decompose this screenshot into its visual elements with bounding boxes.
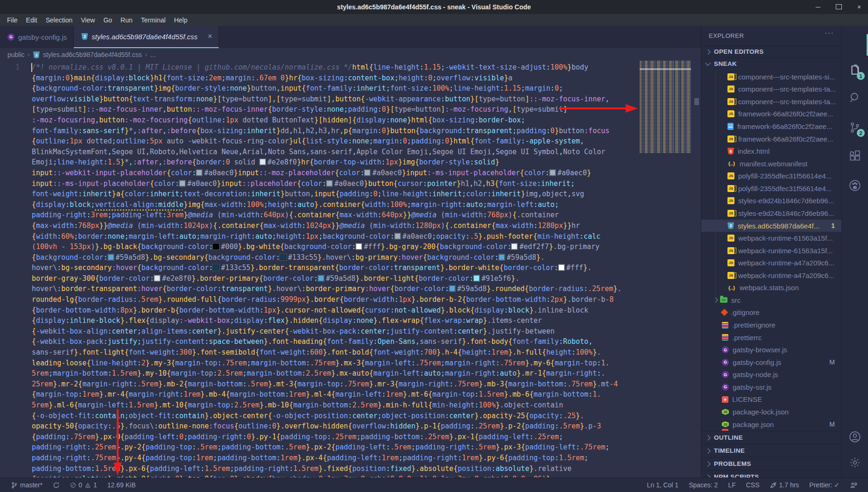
minimize-button[interactable]: ─ [813, 3, 823, 11]
section-timeline[interactable]: TIMELINE [701, 444, 841, 457]
breadcrumb-symbol[interactable]: ... [150, 51, 156, 58]
file-tree-item-styles-e9d24b1846c7d6eb96...[interactable]: JSstyles-e9d24b1846c7d6eb96... [701, 195, 841, 207]
status-prettier-[interactable]: Prettier: ✓ [805, 481, 844, 489]
code-line[interactable]: 25rem}.mr-2{margin-right:.5rem}.mb-2{mar… [32, 379, 638, 390]
status-css[interactable]: CSS [742, 481, 764, 489]
code-line[interactable]: overflow:visible}button{text-transform:n… [32, 94, 638, 105]
explorer-more-actions-icon[interactable]: ··· [825, 29, 834, 38]
file-tree-item-index.html[interactable]: 5index.html [701, 145, 841, 157]
code-line[interactable]: {-webkit-box-pack:justify;justify-conten… [32, 336, 638, 347]
maximize-button[interactable] [833, 3, 844, 11]
file-tree-item-gatsby-browser.js[interactable]: Ggatsby-browser.js [701, 343, 841, 356]
editor[interactable]: 1 /*! normalize.css v8.0.1 | MIT License… [0, 61, 701, 478]
code-line[interactable]: {width:60%;border:none;margin-left:auto;… [32, 231, 638, 242]
code-line[interactable]: opacity-50{opacity:.5}.focus\:outline-no… [32, 421, 638, 432]
explorer-icon[interactable]: 1 [848, 64, 862, 78]
code-line[interactable]: padding-right:.75rem}.py-4{padding-top:1… [32, 453, 638, 463]
status-master-[interactable]: master* [7, 481, 47, 489]
extensions-icon[interactable] [848, 150, 862, 164]
status-ln-1-col-1[interactable]: Ln 1, Col 1 [642, 481, 683, 489]
file-tree-item-LICENSE[interactable]: ★LICENSE [701, 393, 841, 406]
code-line[interactable]: :-moz-focusring,button:-moz-focusring{ou… [32, 115, 638, 126]
code-content[interactable]: /*! normalize.css v8.0.1 | MIT License |… [32, 62, 638, 478]
code-line[interactable]: {display:inline-block}.flex{display:-web… [32, 315, 638, 326]
code-line[interactable]: {display:block;vertical-align:middle}img… [32, 200, 638, 210]
sneak-section[interactable]: SNEAK [701, 57, 841, 70]
file-tree-item-polyfill-2355dfec31f56614e4...[interactable]: JSpolyfill-2355dfec31f56614e4... [701, 170, 841, 183]
status-spaces-2[interactable]: Spaces: 2 [685, 481, 722, 489]
menu-item-help[interactable]: Help [170, 15, 192, 25]
status-0[interactable]: 01 [66, 481, 101, 489]
code-line[interactable]: {-webkit-box-align:center;align-items:ce… [32, 326, 638, 337]
code-line[interactable]: rounded-lg{border-radius:.5rem}.rounded-… [32, 294, 638, 305]
file-tree-item-webpack.stats.json[interactable]: {..}webpack.stats.json [701, 282, 841, 294]
code-line[interactable]: {border-bottom-width:8px}.border-b{borde… [32, 305, 638, 316]
close-button[interactable]: × [854, 3, 864, 11]
code-line[interactable]: leading-loose{line-height:2}.my-3{margin… [32, 358, 638, 369]
file-tree-item-framework-66a826f0c2f2aee...[interactable]: framework-66a826f0c2f2aee... [701, 120, 841, 133]
file-tree-item-.prettierrc[interactable]: .prettierrc [701, 331, 841, 344]
menu-item-file[interactable]: File [3, 15, 22, 25]
status-lf[interactable]: LF [724, 481, 740, 489]
file-tree-item-.gitignore[interactable]: .gitignore [701, 307, 841, 319]
source-control-icon[interactable]: 2 [848, 121, 862, 135]
file-tree-item-gatsby-ssr.js[interactable]: Ggatsby-ssr.js [701, 381, 841, 393]
code-line[interactable]: (100vh - 153px)}.bg-black{background-col… [32, 242, 638, 252]
file-tree-item-framework-66a826f0c2f2aee...[interactable]: JSframework-66a826f0c2f2aee... [701, 108, 841, 121]
file-tree-item-webpack-runtime-61563a15f...[interactable]: JSwebpack-runtime-61563a15f... [701, 232, 841, 244]
menu-item-view[interactable]: View [77, 15, 99, 25]
code-line[interactable]: input::-ms-input-placeholder{color:#a0ae… [32, 178, 638, 189]
code-line[interactable]: 5rem}.ml-6{margin-left:1.5rem}.mt-10{mar… [32, 400, 638, 411]
file-tree-item-.prettierignore[interactable]: .prettierignore [701, 319, 841, 331]
code-line[interactable]: 5rem;margin-bottom:1.5rem}.my-10{margin-… [32, 368, 638, 379]
code-line[interactable]: sans-serif}.font-light{font-weight:300}.… [32, 347, 638, 358]
file-tree-item-webpack-runtime-61563a15f...[interactable]: JSwebpack-runtime-61563a15f... [701, 244, 841, 257]
code-line[interactable]: [type=submit]::-moz-focus-inner,button::… [32, 104, 638, 115]
section-outline[interactable]: OUTLINE [701, 431, 841, 444]
code-line[interactable]: {outline:1px dotted;outline:5px auto -we… [32, 136, 638, 147]
menu-item-terminal[interactable]: Terminal [137, 15, 170, 25]
breadcrumb-folder[interactable]: public [7, 51, 25, 58]
code-line[interactable]: input::-webkit-input-placeholder{color:#… [32, 168, 638, 178]
settings-icon[interactable] [848, 456, 862, 470]
file-tree-item-polyfill-2355dfec31f56614e4...[interactable]: JSpolyfill-2355dfec31f56614e4... [701, 182, 841, 195]
search-icon[interactable] [848, 91, 862, 105]
pets-icon[interactable] [848, 178, 862, 193]
file-tree-item-gatsby-config.js[interactable]: Ggatsby-config.jsM [701, 356, 841, 369]
code-line[interactable]: font-family:sans-serif}*,:after,:before{… [32, 126, 638, 136]
code-line[interactable]: /*! normalize.css v8.0.1 | MIT License |… [32, 62, 638, 73]
code-line[interactable]: {-o-object-fit:contain;object-fit:contai… [32, 411, 638, 421]
code-line[interactable]: {position:relative}.right-0{right:0}.top… [32, 474, 638, 478]
minimap[interactable] [640, 61, 691, 153]
status-12-69-kib[interactable]: 12.69 KiB [103, 481, 140, 489]
code-line[interactable]: padding-bottom:1.5rem}.px-6{padding-left… [32, 463, 638, 474]
code-line[interactable]: BlinkMacSystemFont,Segoe UI,Roboto,Helve… [32, 147, 638, 157]
file-tree-item-styles.ad6c5b987da6e4f...[interactable]: 3styles.ad6c5b987da6e4f...1 [701, 220, 841, 232]
code-line[interactable]: {margin:0}main{display:block}h1{font-siz… [32, 73, 638, 84]
code-line[interactable]: Emoji;line-height:1.5}*,:after,:before{b… [32, 157, 638, 168]
code-line[interactable]: hover\:bg-secondary:hover{background-col… [32, 263, 638, 273]
file-tree-item-component---src-templates-ta...[interactable]: JScomponent---src-templates-ta... [701, 95, 841, 108]
file-tree-item-webpack-runtime-a47a209c6...[interactable]: JSwebpack-runtime-a47a209c6... [701, 269, 841, 282]
open-editors-section[interactable]: OPEN EDITORS [701, 45, 841, 57]
section-problems[interactable]: PROBLEMS [701, 457, 841, 470]
file-tree-item-manifest.webmanifest[interactable]: {..}manifest.webmanifest [701, 157, 841, 170]
code-line[interactable]: {background-color:#59a5d8}.bg-secondary{… [32, 252, 638, 263]
section-npm-scripts[interactable]: NPM SCRIPTS [701, 470, 841, 478]
code-line[interactable]: padding-right:.25rem}.py-2{padding-top:.… [32, 442, 638, 453]
editor-scrollbar[interactable] [694, 98, 699, 105]
code-line[interactable]: padding-right:3rem;padding-left:3rem}@me… [32, 210, 638, 221]
code-line[interactable]: {background-color:transparent}img{border… [32, 83, 638, 94]
code-line[interactable]: font-weight:inherit}a{color:inherit;text… [32, 189, 638, 200]
file-tree-item-src[interactable]: </>src [701, 294, 841, 307]
status-feedback[interactable] [846, 482, 861, 489]
code-line[interactable]: border-gray-300{border-color:#e2e8f0}.bo… [32, 273, 638, 284]
file-tree-item-component---src-templates-ta...[interactable]: JScomponent---src-templates-ta... [701, 83, 841, 96]
code-line[interactable]: hover\:border-transparent:hover{border-c… [32, 284, 638, 294]
menu-item-edit[interactable]: Edit [22, 15, 42, 25]
tab-styles.ad6c5b987da6e4f4d55f.css[interactable]: 3styles.ad6c5b987da6e4f4d55f.css× [74, 26, 219, 48]
tab-gatsby-config.js[interactable]: Ggatsby-config.js [0, 26, 74, 48]
code-line[interactable]: {max-width:768px}}@media (min-width:1024… [32, 221, 638, 231]
breadcrumb-file[interactable]: styles.ad6c5b987da6e4f4d55f.css [43, 51, 142, 58]
file-tree-item-webpack-runtime-a47a209c6...[interactable]: JSwebpack-runtime-a47a209c6... [701, 257, 841, 269]
